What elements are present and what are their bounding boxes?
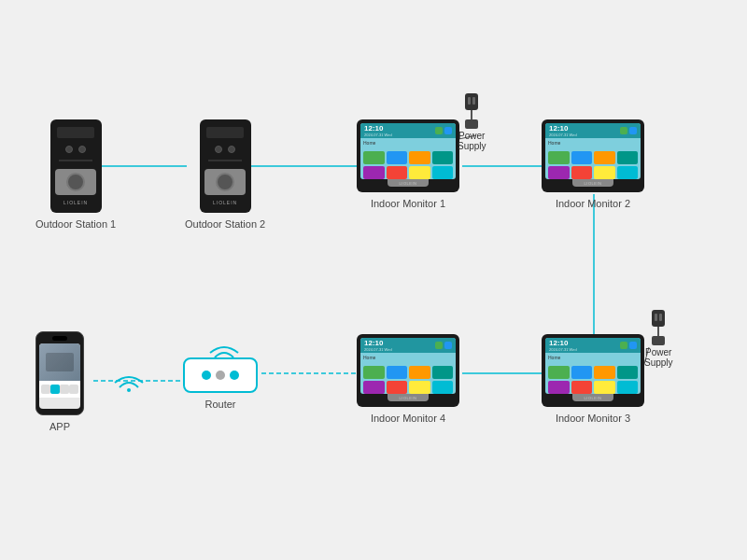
- monitor-body-1: 12:10 2024-07-31 Wed Home: [357, 119, 459, 192]
- outdoor-panel-bottom: [55, 169, 96, 195]
- app-btn-4-3[interactable]: [409, 366, 430, 379]
- screen-location-3: Home: [545, 353, 641, 362]
- app-btn-3-5[interactable]: [548, 381, 570, 394]
- monitor-base-3: LIOLEIN: [572, 394, 613, 401]
- indoor-monitor-3: 12:10 2024-07-31 Wed Home: [542, 334, 644, 424]
- phone-notch: [52, 336, 67, 341]
- svg-rect-11: [468, 97, 471, 105]
- app-btn-2-5[interactable]: [548, 166, 570, 179]
- app-btn-4-7[interactable]: [409, 381, 430, 394]
- screen-icon-3a: [620, 342, 627, 349]
- monitor-body-2: 12:10 2024-07-31 Wed Home: [542, 119, 644, 192]
- app-btn-7[interactable]: [409, 166, 430, 179]
- svg-rect-17: [659, 314, 662, 321]
- power-plug-svg-2: [644, 310, 672, 345]
- power-supply-1-label: PowerSupply: [458, 131, 486, 151]
- app-btn-3-2[interactable]: [571, 366, 593, 379]
- monitor-screen-3: 12:10 2024-07-31 Wed Home: [545, 338, 641, 394]
- svg-rect-10: [465, 93, 478, 110]
- screen-header-3: 12:10 2024-07-31 Wed: [545, 338, 641, 353]
- app-btn-3-3[interactable]: [594, 366, 615, 379]
- app-btn-2-4[interactable]: [617, 151, 639, 164]
- app-btn-2-2[interactable]: [571, 151, 593, 164]
- screen-location-1: Home: [360, 138, 456, 147]
- screen-icon-3b: [629, 342, 637, 349]
- app-btn-6[interactable]: [387, 166, 408, 179]
- app-btn-3-6[interactable]: [571, 381, 593, 394]
- screen-apps-1: [360, 148, 456, 179]
- indoor-monitor-2-label: Indoor Monitor 2: [556, 198, 630, 209]
- indoor-monitor-4-label: Indoor Monitor 4: [371, 413, 445, 424]
- app-btn-2[interactable]: [387, 151, 408, 164]
- phone-icon-2[interactable]: [50, 385, 60, 394]
- svg-rect-14: [465, 119, 478, 129]
- indoor-monitor-3-label: Indoor Monitor 3: [556, 413, 630, 424]
- app-btn-4-2[interactable]: [387, 366, 408, 379]
- monitor-base-2: LIOLEIN: [572, 179, 613, 187]
- power-supply-1: PowerSupply: [458, 93, 486, 151]
- app-btn-5[interactable]: [363, 166, 385, 179]
- connection-lines: [0, 0, 747, 560]
- screen-header-4: 12:10 2024-07-31 Wed: [360, 338, 456, 353]
- app-btn-4-5[interactable]: [363, 381, 385, 394]
- phone-icon-1[interactable]: [41, 385, 50, 394]
- screen-time-4: 12:10: [364, 339, 392, 347]
- screen-icon-4b: [444, 342, 452, 349]
- screen-date-2: 2024-07-31 Wed: [549, 133, 577, 137]
- monitor-brand-2: LIOLEIN: [585, 181, 602, 186]
- app-btn-2-8[interactable]: [617, 166, 639, 179]
- screen-icons-4: [435, 342, 452, 349]
- router-label: Router: [204, 399, 235, 410]
- outdoor-call-button-2[interactable]: [216, 173, 234, 191]
- screen-apps-4: [360, 363, 456, 394]
- app-btn-4-4[interactable]: [432, 366, 454, 379]
- indoor-monitor-2: 12:10 2024-07-31 Wed Home: [542, 119, 644, 209]
- screen-apps-2: [545, 148, 641, 179]
- app-btn-2-3[interactable]: [594, 151, 615, 164]
- screen-icon-2b: [629, 127, 637, 134]
- app-btn-3[interactable]: [409, 151, 430, 164]
- phone-camera-preview: [46, 353, 74, 371]
- screen-icon-4a: [435, 342, 443, 349]
- outdoor-station-1-label: Outdoor Station 1: [35, 218, 116, 230]
- app-btn-4-1[interactable]: [363, 366, 385, 379]
- svg-rect-16: [655, 314, 657, 321]
- screen-icon-1a: [435, 127, 443, 134]
- svg-rect-12: [472, 97, 475, 105]
- phone-body: [35, 331, 84, 415]
- router-body: [183, 357, 258, 393]
- app-btn-8[interactable]: [432, 166, 454, 179]
- app-btn-4-6[interactable]: [387, 381, 408, 394]
- outdoor-divider: [59, 160, 92, 161]
- screen-time-2: 12:10: [549, 124, 577, 133]
- phone-icon-3[interactable]: [60, 385, 69, 394]
- power-supply-2: PowerSupply: [644, 310, 673, 368]
- svg-point-9: [127, 388, 131, 392]
- monitor-body-4: 12:10 2024-07-31 Wed Home: [357, 334, 459, 407]
- screen-date-3: 2024-07-31 Wed: [549, 347, 577, 352]
- screen-date-1: 2024-07-31 Wed: [364, 133, 392, 137]
- outdoor-call-button[interactable]: [66, 173, 85, 191]
- screen-header-2: 12:10 2024-07-31 Wed: [545, 123, 641, 138]
- outdoor-panel-bottom-2: [204, 169, 246, 195]
- app-btn-2-6[interactable]: [571, 166, 593, 179]
- monitor-screen-1: 12:10 2024-07-31 Wed Home: [360, 123, 456, 179]
- monitor-brand-4: LIOLEIN: [400, 396, 417, 400]
- phone-icon-4[interactable]: [69, 385, 78, 394]
- indoor-monitor-1: 12:10 2024-07-31 Wed Home: [357, 119, 459, 209]
- outdoor-panel-2: LIOLEIN: [200, 119, 251, 213]
- app-btn-4-8[interactable]: [432, 381, 454, 394]
- outdoor-camera-lens-2: [78, 146, 86, 153]
- router-wifi-svg: [205, 336, 243, 359]
- app-btn-3-4[interactable]: [617, 366, 639, 379]
- app-btn-2-1[interactable]: [548, 151, 570, 164]
- app-btn-3-7[interactable]: [594, 381, 615, 394]
- app-btn-2-7[interactable]: [594, 166, 615, 179]
- outdoor-camera-lens: [65, 146, 73, 153]
- app-btn-3-1[interactable]: [548, 366, 570, 379]
- screen-location-2: Home: [545, 138, 641, 147]
- router-dot-3: [230, 371, 239, 380]
- app-btn-3-8[interactable]: [617, 381, 639, 394]
- app-btn-4[interactable]: [432, 151, 454, 164]
- app-btn-1[interactable]: [363, 151, 385, 164]
